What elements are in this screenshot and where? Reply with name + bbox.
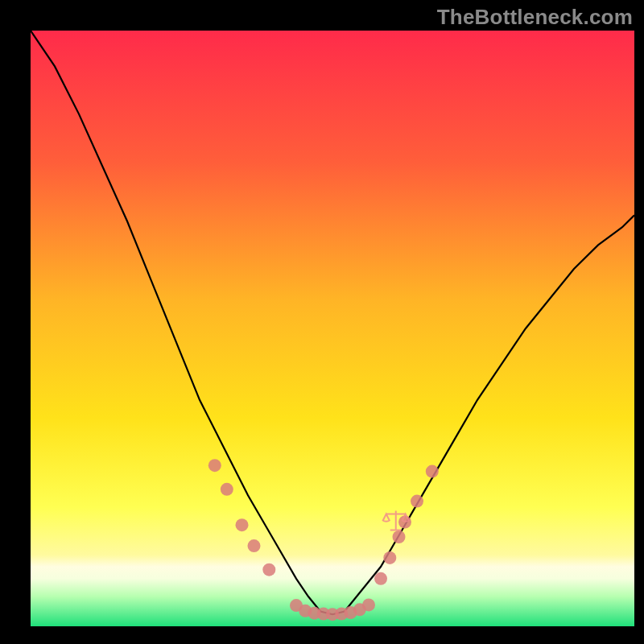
bottleneck-curve — [31, 31, 634, 614]
chart-overlay — [31, 31, 634, 626]
chart-container: TheBottleneck.com — [0, 0, 644, 644]
watermark-label: TheBottleneck.com — [437, 5, 633, 30]
marker-dot — [248, 539, 261, 552]
marker-dot — [383, 551, 396, 564]
marker-dot — [374, 572, 387, 585]
marker-dot — [221, 483, 233, 496]
marker-dot — [426, 465, 439, 478]
marker-dot — [393, 530, 406, 543]
plot-area — [31, 31, 634, 626]
marker-dot — [262, 564, 275, 576]
marker-dot — [236, 518, 249, 531]
marker-dot — [411, 495, 423, 508]
marker-dot — [362, 598, 375, 611]
marker-dot — [208, 459, 221, 472]
